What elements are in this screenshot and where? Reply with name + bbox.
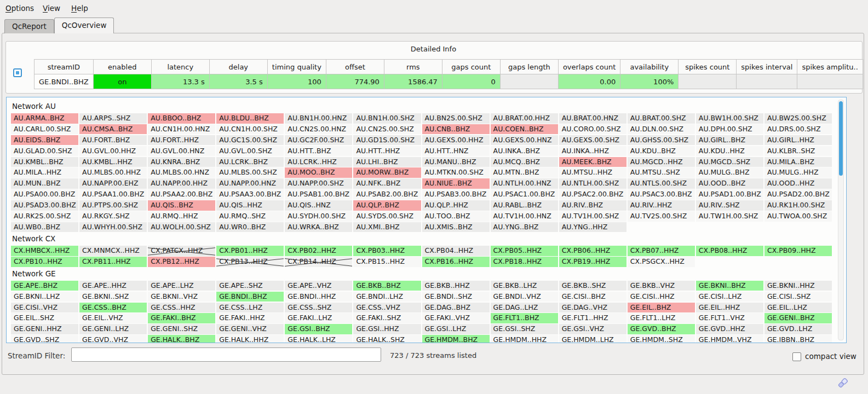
stream-cell[interactable]: GE.CSS..SHZ	[285, 303, 352, 313]
stream-cell[interactable]: GE.FAKI..HHZ	[216, 313, 284, 323]
stream-cell[interactable]: AU.GHSS.00.SHZ	[628, 135, 695, 146]
stream-cell[interactable]: AU.NTLS.00.SHZ	[628, 178, 695, 189]
stream-cell[interactable]: CX.PB03..HHZ	[353, 246, 421, 256]
stream-cell[interactable]: AU.FORT..HHZ	[148, 135, 215, 146]
stream-cell[interactable]: GE.HALK..SHZ	[353, 335, 421, 343]
stream-cell[interactable]: AU.PSAC3.00.BHZ	[628, 189, 695, 200]
menu-view[interactable]: View	[43, 4, 60, 13]
stream-cell[interactable]: GE.CSS..LHZ	[216, 303, 284, 313]
stream-cell[interactable]: GE.GSI..BHZ	[285, 324, 352, 334]
stream-cell[interactable]: CX.PB05..HHZ	[491, 246, 558, 256]
stream-cell[interactable]: AU.RK1H.00.SHZ	[764, 200, 832, 211]
stream-cell[interactable]: GE.CISI..SHZ	[764, 292, 832, 302]
stream-cell[interactable]: AU.DLN.00.SHZ	[628, 124, 695, 135]
stream-cell[interactable]: CX.PB07..HHZ	[628, 246, 695, 256]
stream-cell[interactable]: AU.PSAA1.00.BHZ	[79, 189, 147, 200]
stream-cell[interactable]: CX.HMBCX..HHZ	[11, 246, 78, 256]
stream-cell[interactable]: GE.FAKI..BHZ	[148, 313, 215, 323]
stream-cell[interactable]: AU.GC2F.00.SHZ	[285, 135, 352, 146]
stream-cell[interactable]: AU.RK2S.00.SHZ	[11, 211, 78, 222]
stream-cell[interactable]: AU.PSAC2.00.BHZ	[559, 189, 626, 200]
tab-qcreport[interactable]: QcReport	[4, 19, 54, 33]
stream-cell[interactable]: AU.CN2S.00.SHZ	[353, 124, 421, 135]
stream-cell[interactable]: GE.GVD..SHZ	[11, 335, 78, 343]
streamid-filter-input[interactable]	[71, 347, 381, 362]
stream-cell[interactable]: GE.APE..LHZ	[148, 281, 215, 291]
stream-cell[interactable]: AU.TV1H.00.SHZ	[559, 211, 626, 222]
stream-cell[interactable]: AU.MULG..HHZ	[764, 167, 832, 178]
stream-cell[interactable]: GE.DAG..VHZ	[559, 303, 626, 313]
stream-cell[interactable]: AU.ARMA..BHZ	[11, 113, 78, 124]
stream-cell[interactable]: AU.MGCD..HHZ	[628, 157, 695, 167]
stream-cell[interactable]: CX.PB11..HHZ	[79, 257, 147, 267]
stream-cell[interactable]: AU.PSA00.00.BHZ	[11, 189, 78, 200]
stream-cell[interactable]: GE.DAG..BHZ	[422, 303, 490, 313]
stream-cell[interactable]: AU.QLP..HHZ	[422, 200, 490, 211]
stream-cell[interactable]: GE.HMDM..BHZ	[422, 335, 490, 343]
stream-cell[interactable]: CX.PB06..HHZ	[559, 246, 626, 256]
stream-cell[interactable]: AU.MORW..BHZ	[353, 167, 421, 178]
stream-cell[interactable]: GE.FLT1..LHZ	[628, 313, 695, 323]
stream-cell[interactable]: GE.FAKI..VHZ	[422, 313, 490, 323]
stream-cell[interactable]: CX.PB15..HHZ	[353, 257, 421, 267]
stream-cell[interactable]: GE.BKNI..BHZ	[696, 281, 763, 291]
stream-cell[interactable]: AU.BN1H.00.HNZ	[285, 113, 352, 124]
stream-cell[interactable]: AU.KMBL..HHZ	[79, 157, 147, 167]
stream-cell[interactable]: AU.KDU..HHZ	[696, 146, 763, 157]
column-header[interactable]: delay	[209, 60, 267, 74]
stream-cell[interactable]: AU.BN1H.00.SHZ	[353, 113, 421, 124]
stream-cell[interactable]: AU.BRAT.00.SHZ	[628, 113, 695, 124]
stream-cell[interactable]: AU.HTT..HNZ	[422, 146, 490, 157]
stream-cell[interactable]: AU.WOLH.00.SHZ	[148, 222, 215, 233]
stream-cell[interactable]: GE.FLT1..BHZ	[491, 313, 558, 323]
stream-cell[interactable]: AU.DRS.00.SHZ	[764, 124, 832, 135]
stream-cell[interactable]: AU.MLBS.00.HNZ	[148, 167, 215, 178]
stream-cell[interactable]: AU.OOD..BHZ	[696, 178, 763, 189]
stream-cell[interactable]: GE.DAG..LHZ	[491, 303, 558, 313]
stream-cell[interactable]: CX.PB04..HHZ	[422, 246, 490, 256]
stream-cell[interactable]: AU.PSAB2.00.BHZ	[353, 189, 421, 200]
stream-cell[interactable]: CX.PB18..HHZ	[491, 257, 558, 267]
stream-cell[interactable]: AU.CN1H.00.SHZ	[216, 124, 284, 135]
stream-cell[interactable]: GE.GENI..BHZ	[764, 313, 832, 323]
stream-cell[interactable]: GE.FLT1..VHZ	[696, 313, 763, 323]
scrollbar-thumb[interactable]	[839, 101, 843, 176]
stream-cell[interactable]: AU.ARPS..SHZ	[79, 113, 147, 124]
stream-cell[interactable]: GE.GENI..LHZ	[79, 324, 147, 334]
stream-cell[interactable]: GE.BKB..HHZ	[422, 281, 490, 291]
stream-cell[interactable]: AU.MILA..HHZ	[11, 167, 78, 178]
stream-cell[interactable]: GE.FAKI..LHZ	[285, 313, 352, 323]
stream-cell[interactable]: GE.GVD..BHZ	[628, 324, 695, 334]
stream-cell[interactable]: AU.GVL.00.HNZ	[148, 146, 215, 157]
stream-cell[interactable]: AU.GEXS.00.SHZ	[559, 135, 626, 146]
stream-cell[interactable]: AU.COEN..BHZ	[491, 124, 558, 135]
stream-cell[interactable]: GE.GENI..SHZ	[148, 324, 215, 334]
stream-cell[interactable]: AU.BW1H.00.SHZ	[696, 113, 763, 124]
stream-cell[interactable]: GE.GSI..LHZ	[422, 324, 490, 334]
column-header[interactable]: latency	[151, 60, 209, 74]
stream-cell[interactable]: AU.QIS..HHZ	[216, 200, 284, 211]
stream-cell[interactable]: GE.GVD..HHZ	[696, 324, 763, 334]
stream-cell[interactable]: AU.GEXS.00.HHZ	[422, 135, 490, 146]
stream-cell[interactable]: AU.NAPP.00.EHZ	[79, 178, 147, 189]
stream-cell[interactable]: AU.QIS..HNZ	[285, 200, 352, 211]
stream-cell[interactable]: AU.TOO..BHZ	[422, 211, 490, 222]
stream-cell[interactable]: GE.BNDI..BHZ	[216, 292, 284, 302]
tab-qcoverview[interactable]: QcOverview	[54, 18, 114, 33]
stream-cell[interactable]: GE.GENI..VHZ	[216, 324, 284, 334]
stream-cell[interactable]: AU.XMI..BHZ	[353, 222, 421, 233]
stream-cell[interactable]: GE.CSS..BHZ	[79, 303, 147, 313]
column-header[interactable]: availability	[620, 60, 679, 74]
stream-cell[interactable]: AU.CMSA..BHZ	[79, 124, 147, 135]
stream-cell[interactable]: AU.TWOA.00.SHZ	[764, 211, 832, 222]
stream-cell[interactable]: AU.GC1S.00.SHZ	[216, 135, 284, 146]
stream-cell[interactable]: AU.LCRK..BHZ	[216, 157, 284, 167]
stream-cell[interactable]: GE.HMDM..VHZ	[696, 335, 763, 343]
stream-cell[interactable]: GE.GSI..VHZ	[559, 324, 626, 334]
stream-cell[interactable]: AU.BBOO..BHZ	[148, 113, 215, 124]
stream-cell[interactable]: AU.RMQ..HHZ	[148, 211, 215, 222]
stream-cell[interactable]: AU.PSAD2.00.BHZ	[764, 189, 832, 200]
stream-cell[interactable]: AU.MTSU..SHZ	[628, 167, 695, 178]
stream-cell[interactable]: GE.BKB..LHZ	[491, 281, 558, 291]
stream-cell[interactable]: AU.RIV..SHZ	[696, 200, 763, 211]
